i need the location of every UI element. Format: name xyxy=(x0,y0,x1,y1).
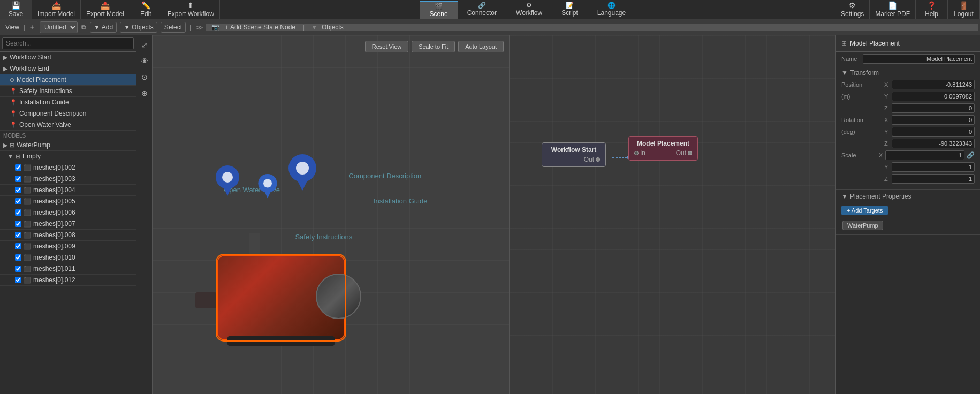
list-item[interactable]: ⬛ meshes[0].010 xyxy=(0,252,136,263)
position-z-input[interactable]: 0 xyxy=(892,103,975,113)
mesh-checkbox[interactable] xyxy=(15,243,21,249)
collapse-icon[interactable]: ▼ xyxy=(841,69,848,77)
marker-pdf-button[interactable]: 📄 Marker PDF xyxy=(870,0,916,19)
tab-connector[interactable]: 🔗 Connector xyxy=(458,1,506,18)
mesh-checkbox[interactable] xyxy=(15,176,21,182)
expand-icon[interactable]: ⤢ xyxy=(138,39,151,51)
settings-button[interactable]: ⚙ Settings xyxy=(835,0,870,19)
pin-2 xyxy=(257,172,278,203)
mesh-checkbox[interactable] xyxy=(15,221,21,227)
rx-axis-label: X xyxy=(884,117,892,123)
eye-icon[interactable]: 👁 xyxy=(138,55,151,67)
select-button[interactable]: Select xyxy=(161,22,186,33)
sidebar-item-safety-instructions[interactable]: 📍 Safety Instructions xyxy=(0,86,136,97)
mesh-checkbox[interactable] xyxy=(15,209,21,216)
wf-start-out-port: Out xyxy=(584,156,600,163)
position-y-input[interactable]: 0.0097082 xyxy=(892,92,975,101)
list-item[interactable]: ⬛ meshes[0].012 xyxy=(0,275,136,286)
wf-out-port: Out xyxy=(676,149,692,157)
tab-scene[interactable]: 🎬 Scene xyxy=(420,1,458,19)
list-item[interactable]: ⬛ meshes[0].009 xyxy=(0,241,136,252)
mesh-icon: ⬛ xyxy=(24,164,31,171)
tab-script[interactable]: 📝 Script xyxy=(552,1,588,18)
list-item[interactable]: ⬛ meshes[0].007 xyxy=(0,218,136,230)
edit-button[interactable]: ✏️ Edit xyxy=(130,0,162,19)
list-item[interactable]: ⬛ meshes[0].002 xyxy=(0,162,136,173)
objects-button[interactable]: ▼ Objects xyxy=(120,22,157,33)
help-button[interactable]: ❓ Help xyxy=(916,0,948,19)
rotation-x-input[interactable]: 0 xyxy=(892,115,975,125)
rotation-z-input[interactable]: -90.3223343 xyxy=(892,139,975,148)
sidebar-item-model-placement[interactable]: ⊕ Model Placement xyxy=(0,74,136,86)
name-input[interactable] xyxy=(863,54,975,64)
position-x-input[interactable]: -0.811243 xyxy=(892,80,975,89)
logout-button[interactable]: 🚪 Logout xyxy=(948,0,980,19)
mesh-checkbox[interactable] xyxy=(15,266,21,272)
list-item[interactable]: ⬛ meshes[0].011 xyxy=(0,263,136,275)
mesh-checkbox[interactable] xyxy=(15,254,21,261)
add-scene-icon[interactable]: 📷 xyxy=(209,24,222,31)
save-button[interactable]: 💾 Save xyxy=(0,0,32,19)
tab-language[interactable]: 🌐 Language xyxy=(588,1,635,18)
import-model-button[interactable]: 📥 Import Model xyxy=(32,0,81,19)
copy-icon[interactable]: ⧉ xyxy=(79,24,88,31)
crosshair-icon[interactable]: ⊙ xyxy=(138,71,151,84)
tab-workflow[interactable]: ⚙ Workflow xyxy=(506,1,552,18)
export-workflow-button[interactable]: ⬆ Export Workflow xyxy=(162,0,220,19)
workflow-panel[interactable]: Workflow Start Out Model Placement xyxy=(509,35,835,394)
list-item[interactable]: ⬛ meshes[0].006 xyxy=(0,207,136,218)
pin-icon: 📍 xyxy=(10,122,17,128)
sidebar-item-installation-guide[interactable]: 📍 Installation Guide xyxy=(0,97,136,108)
rotation-y-input[interactable]: 0 xyxy=(892,127,975,137)
scale-z-input[interactable]: 1 xyxy=(892,174,975,184)
svg-marker-5 xyxy=(263,189,272,199)
sidebar-item-workflow-start[interactable]: ▶ Workflow Start xyxy=(0,52,136,63)
list-item[interactable]: ⬛ meshes[0].003 xyxy=(0,173,136,185)
list-item[interactable]: ⬛ meshes[0].008 xyxy=(0,230,136,241)
main-content: ▶ Workflow Start ▶ Workflow End ⊕ Model … xyxy=(0,35,980,394)
in-port-circle xyxy=(634,151,639,155)
mesh-checkbox[interactable] xyxy=(15,164,21,171)
scale-y-input[interactable]: 1 xyxy=(892,162,975,172)
scale-x-input[interactable]: 1 xyxy=(885,150,964,160)
sidebar-item-open-water-valve[interactable]: 📍 Open Water Valve xyxy=(0,119,136,131)
objects-scene-label[interactable]: Objects xyxy=(320,24,346,31)
untitled-select[interactable]: Untitled xyxy=(40,21,78,33)
workflow-start-node[interactable]: Workflow Start Out xyxy=(542,142,606,167)
auto-layout-button[interactable]: Auto Layout xyxy=(458,41,504,52)
model-placement-node[interactable]: Model Placement In Out xyxy=(628,136,698,161)
mesh-icon: ⬛ xyxy=(24,221,31,228)
list-item[interactable]: ⬛ meshes[0].005 xyxy=(0,196,136,207)
reset-view-button[interactable]: Reset View xyxy=(365,41,408,52)
add-targets-button[interactable]: + Add Targets xyxy=(841,206,888,215)
ry-axis-label: Y xyxy=(884,128,892,135)
sidebar-item-workflow-end[interactable]: ▶ Workflow End xyxy=(0,63,136,74)
add-icon[interactable]: ＋ xyxy=(26,22,38,32)
sidebar-item-empty[interactable]: ▼ ⊞ Empty xyxy=(0,151,136,162)
export-model-button[interactable]: 📤 Export Model xyxy=(81,0,130,19)
placement-icon: ⊞ xyxy=(841,40,847,47)
mesh-checkbox[interactable] xyxy=(15,232,21,238)
mesh-checkbox[interactable] xyxy=(15,277,21,283)
add-scene-state-label[interactable]: + Add Scene State Node xyxy=(222,24,299,31)
sidebar-item-component-description[interactable]: 📍 Component Description xyxy=(0,108,136,119)
zoom-icon[interactable]: ⊕ xyxy=(138,87,151,100)
name-row: Name xyxy=(836,52,980,66)
out-port-circle xyxy=(596,157,600,162)
search-input[interactable] xyxy=(2,37,134,49)
arrow-icon: ▶ xyxy=(3,142,7,149)
mesh-icon: ⬛ xyxy=(24,198,31,205)
scale-to-fit-button[interactable]: Scale to Fit xyxy=(412,41,455,52)
mesh-checkbox[interactable] xyxy=(15,198,21,204)
sidebar-item-waterpump[interactable]: ▶ ⊞ WaterPump xyxy=(0,140,136,151)
z-axis-label: Z xyxy=(884,105,892,111)
lock-icon[interactable]: 🔗 xyxy=(967,151,975,159)
collapse-placement-icon[interactable]: ▼ xyxy=(841,193,848,200)
add-button[interactable]: ▼ Add xyxy=(90,22,117,33)
mesh-checkbox[interactable] xyxy=(15,187,21,193)
workflow-grid: Workflow Start Out Model Placement xyxy=(510,35,835,394)
rotation-z-row: Z -90.3223343 xyxy=(841,139,975,148)
scene-viewport[interactable]: Component Description Installation Guide… xyxy=(153,35,509,394)
list-item[interactable]: ⬛ meshes[0].004 xyxy=(0,185,136,196)
wf-start-title: Workflow Start xyxy=(548,146,600,154)
